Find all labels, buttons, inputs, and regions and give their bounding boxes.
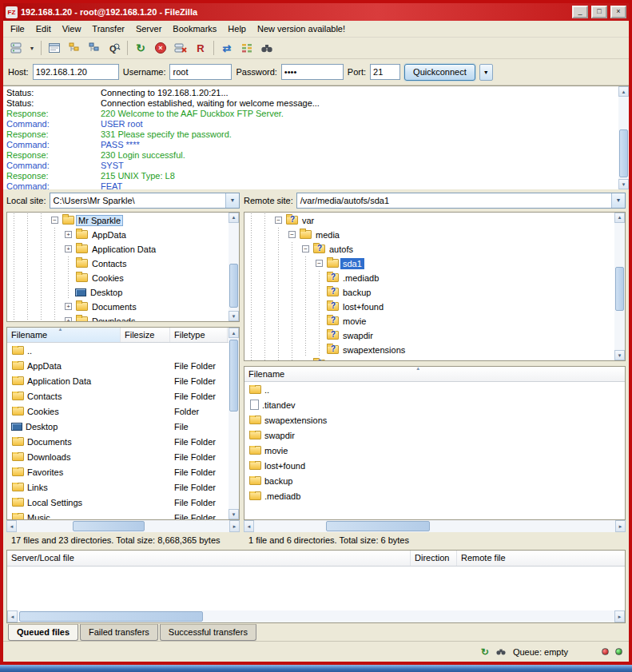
menu-server[interactable]: Server [130, 22, 167, 36]
expander-icon[interactable]: − [312, 256, 326, 271]
port-input[interactable] [370, 64, 400, 80]
password-input[interactable] [281, 64, 344, 80]
tab-queued-files[interactable]: Queued files [8, 624, 78, 641]
file-row[interactable]: DesktopFile [7, 419, 229, 434]
menu-new-version[interactable]: New version available! [252, 22, 351, 36]
toggle-remote-tree-button[interactable] [85, 39, 104, 57]
scroll-right-icon[interactable]: ► [615, 520, 626, 532]
scroll-up-icon[interactable]: ▲ [229, 328, 239, 338]
scroll-down-icon[interactable]: ▼ [614, 350, 625, 360]
expander-icon[interactable]: + [62, 314, 75, 322]
scroll-left-icon[interactable]: ◄ [244, 520, 254, 532]
username-input[interactable] [169, 64, 232, 80]
file-row[interactable]: .. [7, 343, 229, 358]
chevron-down-icon[interactable]: ▼ [225, 193, 239, 208]
file-row[interactable]: backup [244, 473, 625, 488]
tree-item-appdata[interactable]: + AppData [7, 228, 229, 242]
tree-item-dvd[interactable]: + dvd [244, 357, 614, 361]
tree-item-mr-sparkle[interactable]: − Mr Sparkle [7, 213, 229, 228]
titlebar[interactable]: FZ 192.168.1.20 - root@192.168.1.20 - Fi… [3, 3, 629, 21]
scroll-down-icon[interactable]: ▼ [229, 311, 239, 321]
toggle-local-tree-button[interactable] [65, 39, 84, 57]
tree-item-sda1[interactable]: − sda1 [244, 256, 614, 271]
message-log-scrollbar[interactable]: ▲ ▼ [618, 86, 629, 189]
menu-help[interactable]: Help [222, 22, 252, 36]
file-row[interactable]: Local SettingsFile Folder [7, 495, 229, 510]
tree-item-lost-found[interactable]: lost+found [244, 300, 614, 314]
queue-body[interactable] [7, 567, 625, 610]
expander-icon[interactable]: + [299, 357, 312, 361]
remote-tree-scrollbar[interactable]: ▲ ▼ [614, 213, 625, 361]
column-header-remote-file[interactable]: Remote file [457, 551, 625, 566]
scroll-right-icon[interactable]: ► [614, 610, 625, 622]
local-tree-scrollbar[interactable]: ▲ ▼ [229, 213, 239, 322]
scroll-up-icon[interactable]: ▲ [229, 213, 239, 223]
chevron-down-icon[interactable]: ▼ [611, 193, 625, 208]
tree-item-autofs[interactable]: − autofs [244, 242, 614, 256]
column-header-filename[interactable]: ▲Filename [244, 367, 625, 381]
tree-item-media[interactable]: − media [244, 228, 614, 242]
refresh-status-icon[interactable]: ↻ [481, 646, 489, 658]
file-row[interactable]: .titandev [244, 397, 625, 412]
site-manager-button[interactable] [6, 39, 26, 57]
file-row[interactable]: ContactsFile Folder [7, 388, 229, 404]
column-header-filesize[interactable]: Filesize [121, 328, 170, 342]
file-row[interactable]: .mediadb [244, 488, 625, 503]
tree-item-documents[interactable]: + Documents [7, 300, 229, 314]
tree-item-var[interactable]: − var [244, 213, 614, 228]
directory-comparison-status-icon[interactable] [495, 647, 507, 657]
scroll-left-icon[interactable]: ◄ [6, 520, 17, 532]
quickconnect-dropdown-button[interactable]: ▼ [479, 64, 493, 81]
file-row[interactable]: LinksFile Folder [7, 479, 229, 495]
file-row[interactable]: AppDataFile Folder [7, 358, 229, 373]
tree-item-contacts[interactable]: Contacts [7, 256, 229, 271]
synchronized-browsing-button[interactable]: ⇄ [217, 39, 237, 57]
file-row[interactable]: CookiesFolder [7, 404, 229, 419]
expander-icon[interactable]: − [299, 242, 312, 256]
file-row[interactable]: movie [244, 443, 625, 458]
toggle-queue-button[interactable]: Q [105, 39, 124, 57]
file-row[interactable]: swapdir [244, 427, 625, 443]
file-row[interactable]: lost+found [244, 458, 625, 473]
tree-item-mediadb[interactable]: .mediadb [244, 271, 614, 285]
disconnect-button[interactable] [171, 39, 190, 57]
tab-successful-transfers[interactable]: Successful transfers [160, 624, 256, 641]
local-site-combo[interactable]: C:\Users\Mr Sparkle\ ▼ [50, 193, 240, 209]
tab-failed-transfers[interactable]: Failed transfers [80, 624, 158, 641]
expander-icon[interactable]: − [272, 213, 285, 228]
file-row[interactable]: swapextensions [244, 412, 625, 427]
file-row[interactable]: .. [244, 382, 625, 397]
scroll-up-icon[interactable]: ▲ [618, 86, 629, 97]
column-header-server-local-file[interactable]: Server/Local file [7, 551, 411, 566]
scroll-up-icon[interactable]: ▲ [614, 213, 625, 223]
remote-list-hscrollbar[interactable]: ◄ ► [244, 520, 626, 532]
menu-view[interactable]: View [57, 22, 87, 36]
tree-item-movie[interactable]: movie [244, 314, 614, 328]
expander-icon[interactable]: − [48, 213, 62, 228]
expander-icon[interactable]: + [62, 242, 75, 256]
menu-file[interactable]: File [5, 22, 30, 36]
local-list-scrollbar[interactable]: ▲ ▼ [229, 328, 239, 519]
file-row[interactable]: DocumentsFile Folder [7, 434, 229, 449]
host-input[interactable] [33, 64, 119, 80]
tree-item-downloads[interactable]: + Downloads [7, 314, 229, 322]
site-manager-dropdown-button[interactable]: ▼ [26, 39, 38, 57]
reconnect-button[interactable]: R [191, 39, 210, 57]
tree-item-swapdir[interactable]: swapdir [244, 328, 614, 343]
close-button[interactable]: × [610, 6, 626, 18]
expander-icon[interactable]: − [285, 228, 299, 242]
file-row[interactable]: DownloadsFile Folder [7, 449, 229, 464]
column-header-direction[interactable]: Direction [411, 551, 457, 566]
scroll-down-icon[interactable]: ▼ [229, 509, 239, 519]
file-row[interactable]: FavoritesFile Folder [7, 464, 229, 479]
cancel-button[interactable]: × [151, 39, 170, 57]
queue-hscrollbar[interactable]: ◄ ► [7, 610, 625, 622]
minimize-button[interactable]: _ [572, 6, 588, 18]
column-header-filetype[interactable]: Filetype [170, 328, 228, 342]
tree-item-backup[interactable]: backup [244, 285, 614, 300]
menu-transfer[interactable]: Transfer [86, 22, 130, 36]
menu-bookmarks[interactable]: Bookmarks [167, 22, 222, 36]
tree-item-application-data[interactable]: + Application Data [7, 242, 229, 256]
column-header-filename[interactable]: ▲Filename [7, 328, 121, 342]
directory-comparison-button[interactable] [237, 39, 256, 57]
